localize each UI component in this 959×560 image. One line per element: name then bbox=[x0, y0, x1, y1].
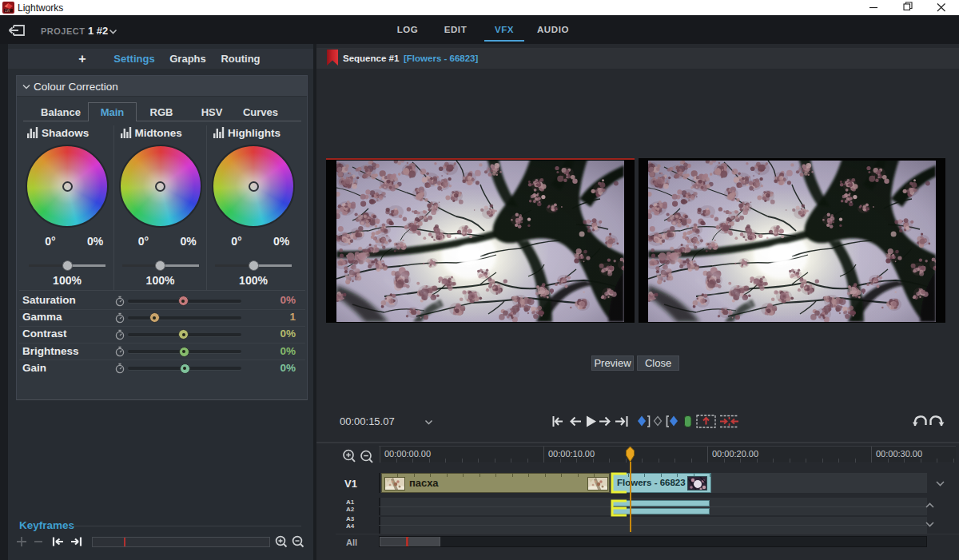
svg-text:LW: LW bbox=[5, 9, 10, 13]
